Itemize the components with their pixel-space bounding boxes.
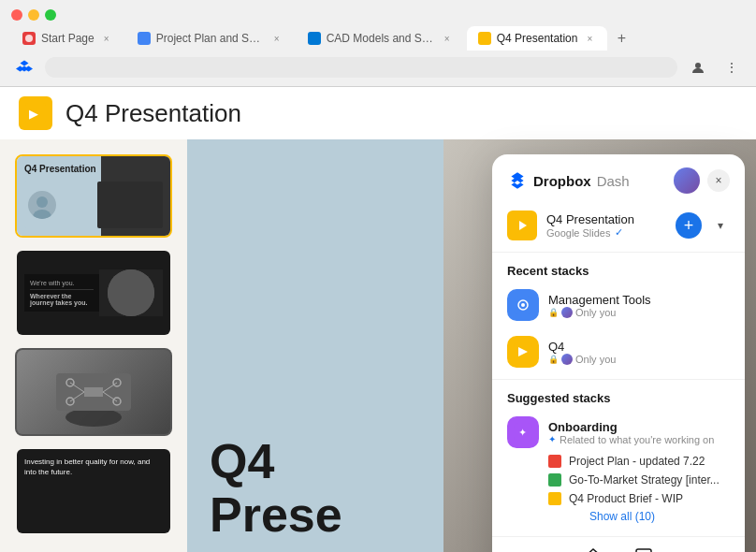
onboarding-header: ✦ Onboarding ✦ Related to what you're wo… — [507, 416, 730, 448]
dash-header: Dropbox Dash × — [492, 154, 745, 203]
stack-meta-management: 🔒 Only you — [548, 307, 730, 318]
svg-line-15 — [103, 392, 117, 401]
tab-close-project[interactable]: × — [270, 32, 284, 45]
stack-icon-onboarding: ✦ — [507, 416, 539, 448]
dash-subtitle: Dash — [597, 173, 630, 189]
onboarding-related: ✦ Related to what you're working on — [548, 434, 714, 445]
thumb-1-title: Q4 Presentation — [24, 164, 96, 174]
dropbox-icon — [507, 170, 528, 191]
stack-name-management: Management Tools — [548, 293, 730, 307]
sub-icon-project-plan — [548, 455, 561, 468]
address-input[interactable] — [45, 57, 677, 78]
sub-items: Project Plan - updated 7.22 Go-To-Market… — [507, 448, 730, 523]
traffic-light-red[interactable] — [11, 9, 22, 21]
onboarding-name: Onboarding — [548, 420, 714, 434]
thumb-4-text: Investing in better quality for now, and… — [24, 457, 163, 477]
svg-point-5 — [33, 210, 51, 219]
file-info: Q4 Presentation Google Slides ✓ — [546, 212, 666, 239]
tab-close-start[interactable]: × — [100, 32, 113, 45]
svg-point-4 — [36, 196, 48, 208]
verified-checkmark: ✓ — [615, 226, 623, 239]
footer-stacks-button[interactable] — [633, 546, 654, 552]
divider-1 — [492, 252, 745, 253]
dash-footer — [492, 536, 745, 552]
sub-item-project-plan[interactable]: Project Plan - updated 7.22 — [548, 452, 730, 471]
traffic-light-yellow[interactable] — [28, 9, 39, 21]
stack-item-management[interactable]: Management Tools 🔒 Only you — [492, 282, 745, 328]
traffic-lights — [0, 0, 756, 26]
thumbnail-1[interactable]: Q4 Presentation — [15, 154, 172, 238]
onboarding-item[interactable]: ✦ Onboarding ✦ Related to what you're wo… — [492, 409, 745, 530]
svg-text:▶: ▶ — [29, 107, 38, 121]
tab-close-q4[interactable]: × — [583, 32, 596, 45]
svg-point-27 — [521, 303, 525, 307]
suggested-stacks-label: Suggested stacks — [492, 384, 745, 409]
dash-title: Dropbox — [533, 173, 591, 189]
tab-close-cad[interactable]: × — [441, 32, 454, 45]
page-title: Q4 Presentation — [65, 99, 241, 128]
page-header: ▶ Q4 Presentation — [0, 87, 756, 139]
lock-icon-q4: 🔒 — [548, 355, 559, 364]
meta-avatar-management — [561, 307, 573, 318]
related-star: ✦ — [548, 434, 556, 444]
lock-icon-management: 🔒 — [548, 308, 559, 317]
browser-actions: ⋮ — [685, 54, 745, 80]
svg-point-0 — [25, 35, 33, 42]
tab-label-project: Project Plan and Specs — [156, 32, 265, 45]
expand-chevron[interactable]: ▾ — [711, 216, 730, 235]
sub-item-q4-brief[interactable]: Q4 Product Brief - WIP — [548, 489, 730, 508]
dash-file-row: Q4 Presentation Google Slides ✓ + ▾ — [492, 203, 745, 248]
menu-icon[interactable]: ⋮ — [719, 54, 745, 80]
slide-left-panel: Q4 Present — [187, 139, 443, 552]
recent-stacks-label: Recent stacks — [492, 256, 745, 282]
new-tab-button[interactable]: + — [609, 26, 633, 51]
thumbnail-4[interactable]: Investing in better quality for now, and… — [15, 447, 172, 535]
svg-rect-7 — [84, 387, 103, 397]
tab-q4-presentation[interactable]: Q4 Presentation × — [467, 26, 608, 51]
svg-point-1 — [695, 63, 701, 68]
dash-avatar[interactable] — [674, 167, 700, 194]
thumbnail-2[interactable]: We're with you. Wherever the journey tak… — [15, 249, 172, 337]
sub-icon-q4-brief — [548, 492, 561, 505]
divider-2 — [492, 379, 745, 380]
dash-panel: Dropbox Dash × Q4 Presentation Google Sl… — [492, 154, 745, 552]
tab-label-start: Start Page — [41, 32, 94, 45]
stack-item-q4[interactable]: Q4 🔒 Only you — [492, 328, 745, 375]
user-icon[interactable] — [685, 54, 711, 80]
tab-label-q4: Q4 Presentation — [497, 32, 578, 45]
tab-project-plan[interactable]: Project Plan and Specs × — [126, 26, 295, 51]
stack-info-management: Management Tools 🔒 Only you — [548, 293, 730, 318]
tab-cad-models[interactable]: CAD Models and Specs × — [297, 26, 465, 51]
sub-icon-gtm — [548, 473, 561, 487]
meta-avatar-q4 — [561, 354, 573, 365]
tab-bar: Start Page × Project Plan and Specs × CA… — [0, 26, 756, 51]
stack-icon-management — [507, 289, 539, 321]
thumbnail-3[interactable] — [15, 348, 172, 436]
footer-home-button[interactable] — [583, 546, 603, 552]
stack-meta-q4: 🔒 Only you — [548, 354, 730, 365]
thumb-2-text-sm: We're with you. — [30, 280, 94, 286]
address-bar: ⋮ — [0, 51, 756, 86]
tab-start-page[interactable]: Start Page × — [11, 26, 124, 51]
show-all-button[interactable]: Show all (10) — [548, 508, 730, 523]
stack-name-q4: Q4 — [548, 340, 730, 354]
tab-label-cad: CAD Models and Specs — [327, 32, 435, 45]
slide-panel: Q4 Presentation We're with you. Wherev — [0, 139, 187, 552]
tab-icon-cad — [308, 32, 321, 45]
tab-icon-project — [138, 32, 151, 45]
svg-rect-6 — [108, 269, 154, 316]
sub-item-gtm[interactable]: Go-To-Market Strategy [inter... — [548, 471, 730, 489]
svg-line-12 — [70, 383, 84, 392]
dropbox-logo-btn[interactable] — [11, 54, 37, 80]
dash-close-button[interactable]: × — [707, 169, 730, 192]
dash-logo: Dropbox Dash — [507, 170, 666, 191]
thumb-2-text-lg: Wherever the journey takes you. — [30, 293, 94, 306]
traffic-light-green[interactable] — [45, 9, 56, 21]
add-to-stack-button[interactable]: + — [676, 212, 702, 239]
main-area: ▶ Q4 Presentation Q4 Presentation — [0, 87, 756, 552]
file-name: Q4 Presentation — [546, 212, 666, 226]
file-subtitle: Google Slides ✓ — [546, 226, 666, 239]
svg-line-14 — [70, 392, 84, 401]
svg-line-13 — [103, 383, 117, 392]
stack-info-q4: Q4 🔒 Only you — [548, 340, 730, 365]
